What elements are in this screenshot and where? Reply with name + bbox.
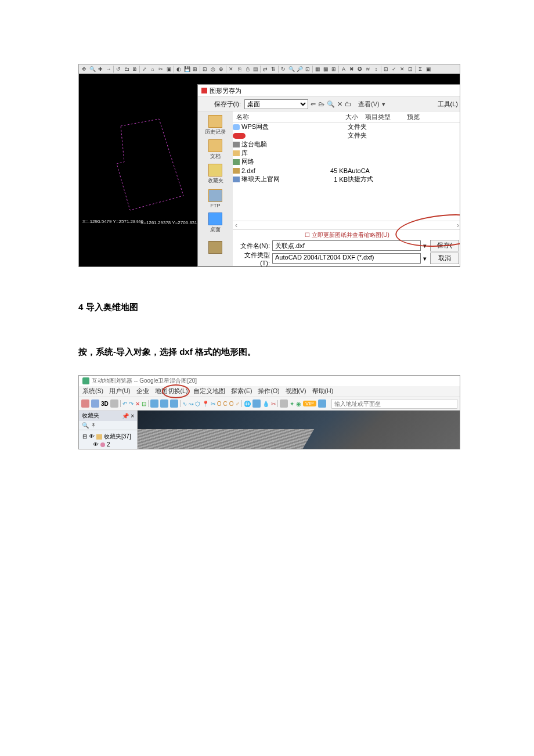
- tool-icon[interactable]: ⤢: [141, 66, 148, 73]
- tool-icon[interactable]: ✕: [399, 66, 406, 73]
- tool-icon[interactable]: ✖: [348, 66, 355, 73]
- star-icon[interactable]: ✦: [290, 401, 294, 407]
- grid-icon[interactable]: [280, 399, 288, 408]
- col-size[interactable]: 大小: [327, 111, 362, 122]
- print-icon[interactable]: [91, 399, 99, 408]
- table-icon[interactable]: [160, 399, 168, 408]
- tool-icon[interactable]: Σ: [417, 66, 424, 73]
- scrollbar[interactable]: ‹›: [233, 221, 460, 229]
- filename-input[interactable]: [272, 240, 421, 251]
- chevron-down-icon[interactable]: ▾: [423, 242, 427, 250]
- search-input[interactable]: [331, 399, 457, 409]
- menu-system[interactable]: 系统(S): [82, 387, 103, 395]
- sidebar-pic[interactable]: [201, 236, 229, 259]
- list-item[interactable]: 琳琅天上官网1 KB快捷方式: [233, 175, 460, 183]
- delete-icon[interactable]: ✕: [337, 100, 342, 108]
- tool-icon[interactable]: ✥: [81, 66, 88, 73]
- tool-icon[interactable]: ⎘: [236, 66, 243, 73]
- up-icon[interactable]: 🗁: [318, 100, 324, 107]
- tool-icon[interactable]: ⊡: [407, 66, 414, 73]
- tree-item[interactable]: 👁2: [93, 441, 134, 449]
- tool-icon[interactable]: ⊡: [304, 66, 311, 73]
- open-icon[interactable]: [81, 399, 89, 408]
- tool-icon[interactable]: ↺: [115, 66, 122, 73]
- chevron-down-icon[interactable]: ▾: [423, 255, 427, 262]
- marker-icon[interactable]: 📍: [202, 401, 209, 407]
- tool-icon[interactable]: ⊞: [330, 66, 337, 73]
- tool-icon[interactable]: ✪: [356, 66, 363, 73]
- save-in-select[interactable]: 桌面: [244, 99, 308, 109]
- area-icon[interactable]: ⬡: [195, 401, 200, 407]
- tool-icon[interactable]: 🔎: [296, 66, 303, 73]
- tool-icon[interactable]: ✓: [391, 66, 398, 73]
- menu-user[interactable]: 用户(U): [109, 387, 131, 395]
- save-button[interactable]: 保存(: [430, 240, 459, 251]
- tool-icon[interactable]: A: [340, 66, 347, 73]
- undo-icon[interactable]: ↶: [122, 401, 127, 407]
- back-icon[interactable]: ⇐: [311, 100, 316, 108]
- pin-icon[interactable]: 📌 ×: [122, 413, 134, 419]
- tool-icon[interactable]: ↻: [280, 66, 287, 73]
- sidebar-history[interactable]: 历史记录: [201, 114, 229, 137]
- newfolder-icon[interactable]: 🗀: [345, 100, 351, 107]
- menu-custommap[interactable]: 自定义地图: [193, 387, 225, 395]
- copy-icon[interactable]: [170, 399, 178, 408]
- sidebar-desktop[interactable]: 桌面: [201, 211, 229, 235]
- oval-icon[interactable]: O: [229, 401, 234, 407]
- tree-root[interactable]: ⊟👁收藏夹[37]: [82, 433, 134, 441]
- vip-badge[interactable]: VIP: [303, 401, 316, 406]
- sidebar-docs[interactable]: 文档: [201, 138, 229, 161]
- tool-icon[interactable]: 🔍: [288, 66, 295, 73]
- tree-item[interactable]: 👁3: [93, 449, 134, 449]
- tool-icon[interactable]: ▣: [425, 66, 432, 73]
- tool-icon[interactable]: ▩: [322, 66, 329, 73]
- cad-viewport[interactable]: X=-1290.5479 Y=2571.28446 X=1261.29378 Y…: [79, 74, 460, 267]
- tool-icon[interactable]: ✕: [228, 66, 234, 73]
- list-item[interactable]: WPS网盘文件夹: [233, 123, 460, 131]
- search-icon[interactable]: 🔍: [327, 100, 335, 108]
- list-item[interactable]: 文件夹: [233, 131, 460, 140]
- tool-icon[interactable]: →: [105, 66, 112, 73]
- list-item[interactable]: 2.dxf45 KBAutoCA: [233, 166, 460, 175]
- tools-button[interactable]: 工具(L): [438, 100, 459, 109]
- view-button[interactable]: 查看(V): [358, 100, 380, 109]
- tool-icon[interactable]: 🗎: [131, 66, 138, 73]
- tool-icon[interactable]: ⊡: [383, 66, 389, 73]
- tool-icon[interactable]: ✂: [157, 66, 164, 73]
- col-type[interactable]: 项目类型: [362, 111, 403, 122]
- menu-view[interactable]: 视图(V): [286, 387, 306, 395]
- menu-operate[interactable]: 操作(O): [258, 387, 279, 395]
- tool-icon[interactable]: ✚: [97, 66, 104, 73]
- cut-icon[interactable]: ✕: [135, 401, 140, 407]
- 3d-button[interactable]: 3D: [101, 401, 109, 407]
- tool-icon[interactable]: ▤: [252, 66, 259, 73]
- shape-icon[interactable]: ♂: [236, 401, 240, 407]
- tool-icon[interactable]: ▦: [314, 66, 321, 73]
- settings-icon[interactable]: [318, 399, 326, 408]
- globe-icon[interactable]: 🌐: [244, 401, 251, 407]
- tool-icon[interactable]: 🗀: [123, 66, 130, 73]
- path-icon[interactable]: ↝: [189, 401, 193, 407]
- tool-icon[interactable]: ▣: [165, 66, 172, 73]
- redo-icon[interactable]: ↷: [129, 401, 134, 407]
- menu-explore[interactable]: 探索(E): [231, 387, 252, 395]
- ruler-icon[interactable]: ✂: [211, 401, 215, 407]
- tool-icon[interactable]: ≋: [365, 66, 371, 73]
- fill-icon[interactable]: [252, 399, 261, 408]
- doc-icon[interactable]: [150, 399, 158, 408]
- list-item[interactable]: 库: [233, 149, 460, 157]
- menu-enterprise[interactable]: 企业: [136, 387, 149, 395]
- update-checkbox[interactable]: ☐ 立即更新图纸并查看缩略图(U): [235, 231, 459, 239]
- line-icon[interactable]: ∿: [182, 401, 187, 407]
- tool-icon[interactable]: ◐: [175, 66, 182, 73]
- list-item[interactable]: 网络: [233, 157, 460, 166]
- rect-icon[interactable]: C: [223, 401, 228, 407]
- list-item[interactable]: 这台电脑: [233, 140, 460, 149]
- scissors-icon[interactable]: ✂: [271, 401, 276, 407]
- chevron-down-icon[interactable]: ▾: [382, 100, 385, 108]
- cancel-button[interactable]: 取消: [430, 253, 459, 264]
- sidebar-ftp[interactable]: FTP: [201, 187, 229, 210]
- tool-icon[interactable]: ⎙: [244, 66, 251, 73]
- tool-icon[interactable]: ⇅: [270, 66, 277, 73]
- tool-icon[interactable]: ⊡: [201, 66, 208, 73]
